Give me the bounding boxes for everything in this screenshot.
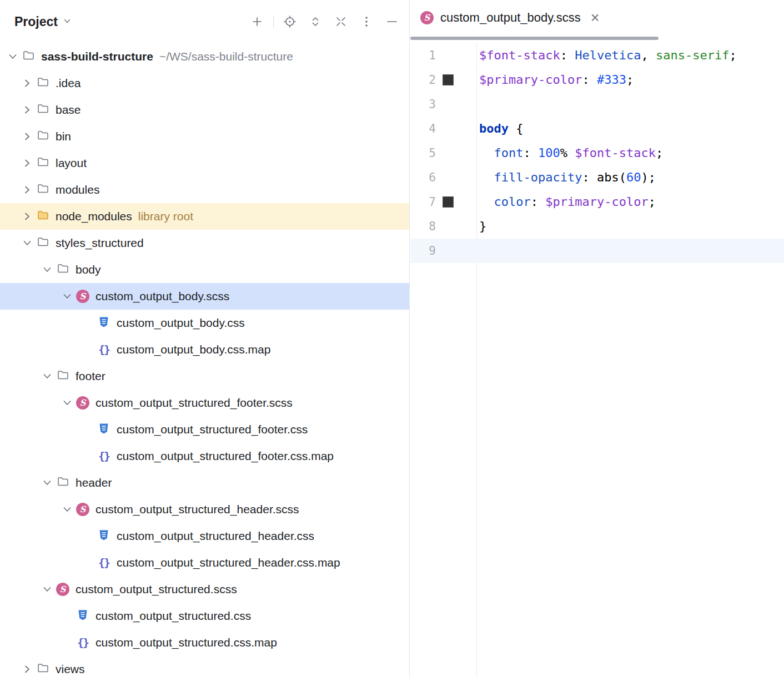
chevron-right-icon[interactable] bbox=[19, 97, 36, 123]
tree-row[interactable]: base bbox=[0, 97, 409, 123]
tree-row[interactable]: {} custom_output_structured_header.css.m… bbox=[0, 549, 409, 576]
tree-row[interactable]: styles_structured bbox=[0, 230, 409, 256]
chevron-spacer bbox=[80, 549, 97, 576]
tree-row[interactable]: .idea bbox=[0, 70, 409, 97]
tree-row[interactable]: custom_output_body.css bbox=[0, 310, 409, 336]
chevron-down-icon[interactable] bbox=[39, 363, 56, 390]
tree-item-label: custom_output_structured.css.map bbox=[96, 636, 277, 649]
locate-icon[interactable] bbox=[280, 12, 299, 31]
folder-icon bbox=[57, 475, 69, 491]
code-line[interactable]: 8 } bbox=[410, 214, 784, 239]
tab-label: custom_output_body.scss bbox=[440, 11, 581, 25]
chevron-right-icon[interactable] bbox=[19, 656, 36, 677]
tree-row[interactable]: {} custom_output_structured.css.map bbox=[0, 629, 409, 656]
code-line[interactable]: 1 $font-stack: Helvetica, sans-serif; bbox=[410, 43, 784, 68]
color-preview-swatch[interactable] bbox=[443, 74, 454, 85]
tree-row[interactable]: views bbox=[0, 656, 409, 677]
editor[interactable]: S custom_output_body.scss × 1 $font-stac… bbox=[410, 0, 784, 677]
code-line[interactable]: 6 fill-opacity: abs(60); bbox=[410, 165, 784, 190]
code-line[interactable]: 2 $primary-color: #333; bbox=[410, 68, 784, 92]
code-line[interactable]: 7 color: $primary-color; bbox=[410, 190, 784, 214]
tree-row[interactable]: custom_output_structured_footer.css bbox=[0, 416, 409, 443]
chevron-spacer bbox=[80, 310, 97, 336]
tree-item-label: custom_output_structured_footer.css.map bbox=[117, 449, 334, 463]
chevron-right-icon[interactable] bbox=[19, 70, 36, 97]
sass-file-icon: S bbox=[76, 503, 89, 516]
tree-row[interactable]: S custom_output_structured_header.scss bbox=[0, 496, 409, 523]
code-line[interactable]: 4 body { bbox=[410, 117, 784, 141]
tree-row[interactable]: node_moduleslibrary root bbox=[0, 203, 409, 230]
line-number: 5 bbox=[410, 141, 436, 165]
tree-row[interactable]: S custom_output_structured.scss bbox=[0, 576, 409, 603]
horizontal-scrollbar[interactable] bbox=[410, 37, 659, 40]
chevron-down-icon[interactable] bbox=[39, 469, 56, 496]
folder-icon bbox=[57, 368, 69, 384]
tree-row[interactable]: custom_output_structured_header.css bbox=[0, 523, 409, 549]
collapse-all-icon[interactable] bbox=[331, 12, 350, 31]
chevron-down-icon[interactable] bbox=[4, 43, 21, 70]
chevron-right-icon[interactable] bbox=[19, 123, 36, 150]
code-text: font: 100% $font-stack; bbox=[479, 141, 784, 165]
chevron-right-icon[interactable] bbox=[19, 176, 36, 203]
project-panel-header: Project bbox=[0, 0, 409, 43]
chevron-down-icon[interactable] bbox=[39, 256, 56, 283]
tree-item-label: base bbox=[56, 103, 81, 117]
tree-row[interactable]: {} custom_output_body.css.map bbox=[0, 336, 409, 363]
more-icon[interactable] bbox=[357, 12, 376, 31]
tree-item-label: modules bbox=[56, 183, 99, 196]
add-icon[interactable] bbox=[248, 12, 267, 31]
close-icon[interactable]: × bbox=[587, 11, 603, 26]
css-file-icon bbox=[76, 608, 89, 624]
chevron-down-icon[interactable] bbox=[39, 576, 56, 603]
code-line[interactable]: 3 bbox=[410, 92, 784, 117]
line-number: 7 bbox=[410, 190, 436, 214]
tree-row[interactable]: bin bbox=[0, 123, 409, 150]
tree-row[interactable]: body bbox=[0, 256, 409, 283]
tree-item-suffix: library root bbox=[138, 210, 193, 223]
code-text: $font-stack: Helvetica, sans-serif; bbox=[479, 43, 784, 68]
css-file-icon bbox=[97, 422, 110, 438]
sourcemap-file-icon: {} bbox=[98, 449, 109, 463]
project-title: Project bbox=[14, 14, 58, 29]
tree-item-label: custom_output_structured_footer.scss bbox=[96, 396, 293, 410]
tree-row[interactable]: modules bbox=[0, 176, 409, 203]
code-line[interactable]: 9 bbox=[410, 239, 784, 263]
tree-row[interactable]: S custom_output_body.scss bbox=[0, 283, 409, 310]
tree-row[interactable]: S custom_output_structured_footer.scss bbox=[0, 390, 409, 416]
chevron-down-icon[interactable] bbox=[59, 283, 76, 310]
chevron-right-icon[interactable] bbox=[19, 203, 36, 230]
css-file-icon bbox=[97, 528, 110, 544]
tree-row[interactable]: custom_output_structured.css bbox=[0, 603, 409, 629]
code-text: body { bbox=[479, 117, 784, 141]
tree-row[interactable]: footer bbox=[0, 363, 409, 390]
chevron-down-icon[interactable] bbox=[59, 390, 76, 416]
tree-item-label: custom_output_body.scss bbox=[96, 290, 229, 303]
sass-file-icon: S bbox=[56, 583, 69, 596]
folder-icon bbox=[37, 75, 49, 91]
chevron-down-icon[interactable] bbox=[59, 496, 76, 523]
chevron-spacer bbox=[59, 629, 76, 656]
tree-row[interactable]: sass-build-structure~/WS/sass-build-stru… bbox=[0, 43, 409, 70]
folder-icon bbox=[57, 262, 69, 277]
hide-icon[interactable] bbox=[383, 12, 401, 31]
expand-all-icon[interactable] bbox=[306, 12, 325, 31]
project-view-selector[interactable]: Project bbox=[14, 14, 72, 29]
code-area[interactable]: 1 $font-stack: Helvetica, sans-serif; 2 … bbox=[410, 43, 784, 677]
tree-item-label: layout bbox=[56, 156, 87, 170]
code-line[interactable]: 5 font: 100% $font-stack; bbox=[410, 141, 784, 165]
tree-row[interactable]: {} custom_output_structured_footer.css.m… bbox=[0, 443, 409, 469]
folder-icon bbox=[37, 155, 49, 171]
chevron-down-icon[interactable] bbox=[19, 230, 36, 256]
tree-item-label: views bbox=[56, 663, 85, 676]
project-panel: Project sass-build-structure~/WS/sass-bu… bbox=[0, 0, 410, 677]
tree-row[interactable]: layout bbox=[0, 150, 409, 176]
tree-item-label: header bbox=[76, 476, 112, 489]
code-lines: 1 $font-stack: Helvetica, sans-serif; 2 … bbox=[410, 43, 784, 263]
tree-row[interactable]: header bbox=[0, 469, 409, 496]
chevron-right-icon[interactable] bbox=[19, 150, 36, 176]
tree-item-label: custom_output_structured.scss bbox=[76, 583, 237, 596]
folder-icon bbox=[37, 661, 49, 677]
tree-item-label: custom_output_body.css.map bbox=[117, 343, 270, 356]
color-preview-swatch[interactable] bbox=[443, 196, 454, 208]
tab-custom-output-body-scss[interactable]: S custom_output_body.scss × bbox=[410, 0, 610, 36]
